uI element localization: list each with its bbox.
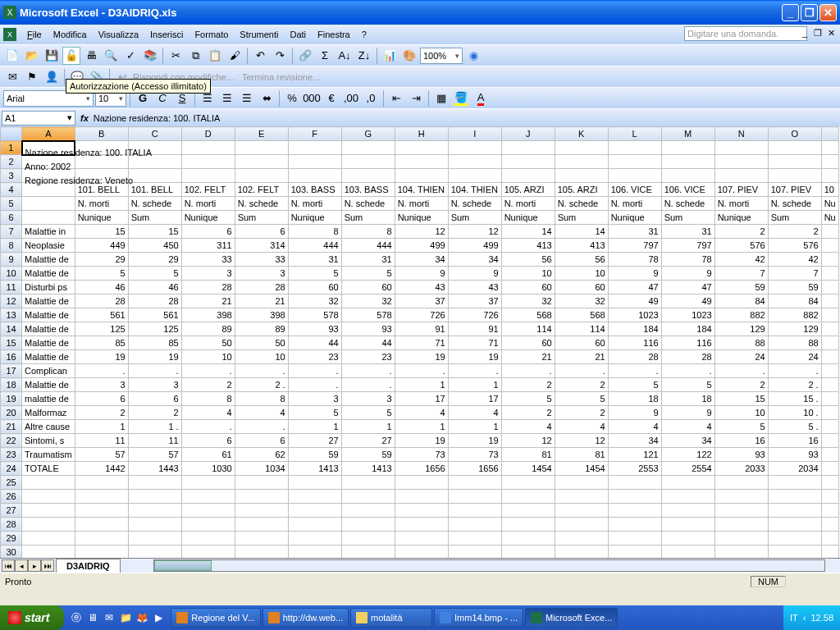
cell[interactable]: 1 (395, 378, 448, 392)
cell[interactable]: 9 (608, 267, 661, 281)
cell[interactable]: Malattie de (22, 294, 75, 308)
cell[interactable]: 12 (395, 225, 448, 239)
cell[interactable]: 5 (714, 420, 768, 434)
cell[interactable]: 16 (768, 434, 821, 448)
cell[interactable]: N. morti (75, 197, 128, 211)
taskbar-button[interactable]: http://dw.web... (262, 608, 349, 628)
cell[interactable]: 3 (75, 378, 128, 392)
row-header-17[interactable]: 17 (1, 364, 22, 378)
cell[interactable]: N. morti (501, 197, 555, 211)
cell[interactable]: Malformaz (22, 406, 75, 420)
autosum-icon[interactable]: Σ (316, 47, 334, 65)
cell[interactable]: 32 (288, 294, 341, 308)
cell[interactable]: 49 (608, 294, 661, 308)
cell[interactable]: 105. ARZI (501, 183, 555, 197)
cell[interactable]: 103. BASS (341, 183, 395, 197)
row-header-28[interactable]: 28 (1, 518, 22, 532)
cell[interactable]: 11 (128, 434, 181, 448)
cell[interactable]: 1 (341, 420, 395, 434)
zoom-box[interactable]: 100%▾ (420, 48, 463, 64)
cell[interactable]: 60 (555, 281, 608, 294)
cell[interactable]: . (395, 364, 448, 378)
inc-decimal-icon[interactable]: ,00 (342, 89, 360, 107)
merge-icon[interactable]: ⬌ (258, 89, 276, 107)
cell[interactable]: 31 (661, 225, 714, 239)
cell[interactable]: Malattie in (22, 225, 75, 239)
worksheet-grid[interactable]: ABCDEFGHIJKLMNO1Nazione residenza: 100. … (0, 126, 840, 558)
cell[interactable]: 444 (288, 239, 341, 253)
col-header-L[interactable]: L (608, 127, 661, 141)
cell[interactable]: N. schede (555, 197, 608, 211)
cell[interactable]: 10 (181, 350, 235, 364)
cell[interactable]: 4 (608, 420, 661, 434)
ie-icon[interactable]: ⓔ (69, 610, 84, 625)
cell[interactable]: 726 (448, 308, 501, 322)
cell[interactable]: 2 . (235, 378, 288, 392)
cell[interactable]: 9 (661, 267, 714, 281)
cell[interactable]: Sintomi, s (22, 434, 75, 448)
col-header-G[interactable]: G (341, 127, 395, 141)
col-header-I[interactable]: I (448, 127, 501, 141)
cell[interactable]: . (341, 378, 395, 392)
cell[interactable]: Nunique (181, 211, 235, 225)
cell[interactable]: 50 (181, 336, 235, 350)
cell[interactable]: 499 (448, 239, 501, 253)
player-icon[interactable]: ▶ (151, 610, 166, 625)
cell[interactable]: 21 (235, 294, 288, 308)
col-header-N[interactable]: N (714, 127, 768, 141)
cell[interactable]: 116 (608, 336, 661, 350)
cell[interactable]: 17 (395, 392, 448, 406)
cell[interactable]: 9 (608, 406, 661, 420)
col-header-K[interactable]: K (555, 127, 608, 141)
cell[interactable]: 125 (128, 322, 181, 336)
cell[interactable]: Nunique (501, 211, 555, 225)
borders-icon[interactable]: ▦ (432, 89, 450, 107)
cell[interactable]: 413 (501, 239, 555, 253)
percent-icon[interactable]: % (283, 89, 301, 107)
row-header-8[interactable]: 8 (1, 239, 22, 253)
cell[interactable]: 2 (501, 406, 555, 420)
spell-icon[interactable]: ✓ (121, 47, 139, 65)
cell[interactable] (22, 211, 75, 225)
cell[interactable]: 561 (128, 308, 181, 322)
row-header-5[interactable]: 5 (1, 197, 22, 211)
cell[interactable]: N. schede (128, 197, 181, 211)
cell[interactable]: 3 (181, 267, 235, 281)
cell[interactable]: 3 (235, 267, 288, 281)
tab-last-icon[interactable]: ⏭ (41, 559, 54, 572)
cell[interactable]: 314 (235, 239, 288, 253)
cell[interactable]: 2 (768, 225, 821, 239)
cell[interactable]: 60 (555, 336, 608, 350)
cell[interactable]: 125 (75, 322, 128, 336)
cell[interactable]: 24 (714, 350, 768, 364)
cell[interactable]: 31 (341, 253, 395, 267)
cell[interactable]: 122 (661, 448, 714, 462)
cell[interactable]: N. schede (341, 197, 395, 211)
cell[interactable]: 19 (448, 434, 501, 448)
cell[interactable]: . (181, 420, 235, 434)
menu-edit[interactable]: Modifica (48, 27, 93, 42)
cell[interactable]: 27 (341, 434, 395, 448)
cell[interactable]: 62 (235, 448, 288, 462)
cell[interactable]: 34 (608, 434, 661, 448)
menu-insert[interactable]: Inserisci (144, 27, 189, 42)
sort-desc-icon[interactable]: Z↓ (355, 47, 373, 65)
cell[interactable]: 9 (448, 267, 501, 281)
cell[interactable]: Sum (661, 211, 714, 225)
tray-arrow-icon[interactable]: ‹ (803, 613, 806, 623)
cell[interactable]: N. morti (288, 197, 341, 211)
cell[interactable]: . (768, 364, 821, 378)
doc-close[interactable]: ✕ (825, 28, 837, 39)
dec-decimal-icon[interactable]: ,0 (362, 89, 380, 107)
cell[interactable]: 882 (714, 308, 768, 322)
cell[interactable]: 59 (768, 281, 821, 294)
cell[interactable]: Complican (22, 364, 75, 378)
cell[interactable]: N. morti (608, 197, 661, 211)
cell[interactable]: 8 (341, 225, 395, 239)
cell[interactable]: N. schede (768, 197, 821, 211)
cell[interactable]: 1413 (288, 462, 341, 476)
cut-icon[interactable]: ✂ (167, 47, 185, 65)
cell[interactable]: 34 (661, 434, 714, 448)
cell[interactable]: 1 . (128, 420, 181, 434)
cell[interactable]: 15 (128, 225, 181, 239)
